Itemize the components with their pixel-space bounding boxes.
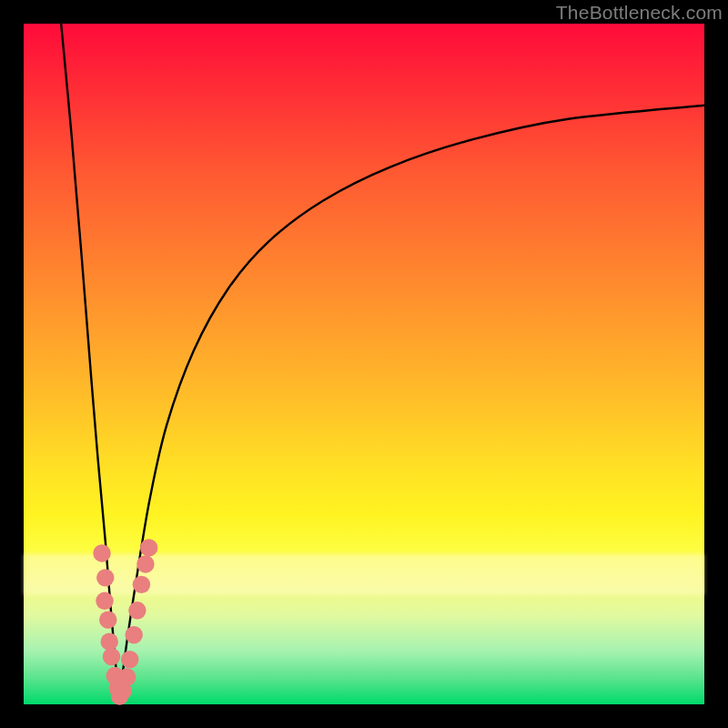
scatter-dot [133, 576, 150, 593]
scatter-dot [101, 632, 118, 650]
scatter-dot [125, 626, 142, 643]
scatter-dot [93, 544, 110, 561]
scatter-dot [96, 569, 114, 586]
curve-right-branch [119, 106, 704, 704]
scatter-dot [128, 602, 146, 619]
scatter-dot [96, 592, 113, 610]
scatter-dot [103, 648, 120, 665]
chart-svg [24, 24, 704, 704]
scatter-dot [121, 651, 138, 668]
scatter-dot [140, 539, 157, 556]
scatter-dot [118, 668, 136, 685]
plot-area [24, 24, 704, 704]
scatter-dot [136, 555, 154, 572]
watermark-text: TheBottleneck.com [556, 2, 723, 24]
scatter-dot [99, 612, 116, 629]
scatter-dots [93, 539, 157, 705]
